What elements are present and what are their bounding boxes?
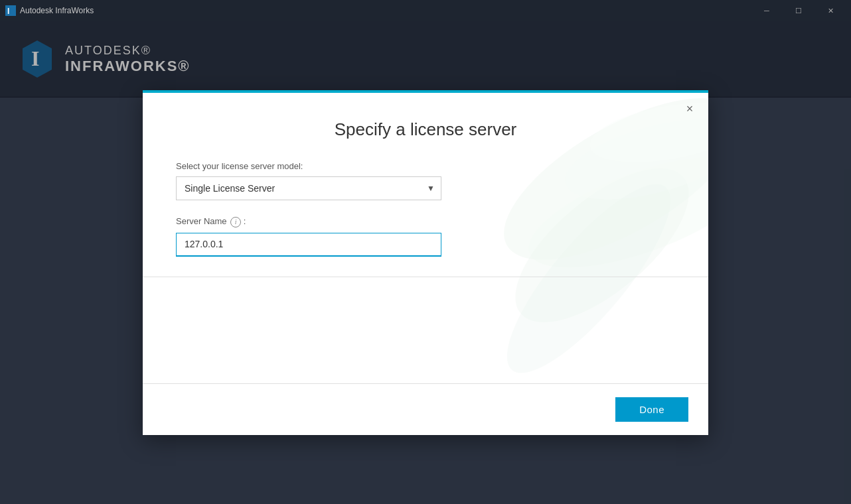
dialog-top-section: Specify a license server Select your lic… (143, 93, 708, 277)
title-bar-text: Autodesk InfraWorks (20, 6, 94, 15)
dialog-overlay: × Specify a license server Select your l… (0, 21, 851, 504)
license-model-label: Select your license server model: (176, 161, 675, 171)
minimize-button[interactable]: ─ (751, 0, 782, 21)
license-server-dialog: × Specify a license server Select your l… (143, 90, 708, 435)
form-section: Select your license server model: Single… (163, 161, 688, 257)
dialog-bottom-section: Done (143, 383, 708, 435)
license-model-select[interactable]: Single License Server Distributed Licens… (176, 176, 441, 200)
svg-text:I: I (7, 7, 9, 16)
dialog-title: Specify a license server (163, 119, 688, 140)
maximize-button[interactable]: ☐ (783, 0, 814, 21)
server-name-label: Server Name i : (176, 216, 675, 227)
server-name-input[interactable] (176, 233, 441, 257)
dialog-body (143, 277, 708, 383)
license-model-dropdown-wrapper: Single License Server Distributed Licens… (176, 176, 441, 200)
app-background: I AUTODESK® INFRAWORKS® (0, 21, 851, 504)
done-button[interactable]: Done (615, 397, 688, 422)
info-icon[interactable]: i (230, 217, 241, 227)
title-bar-controls: ─ ☐ ✕ (751, 0, 846, 21)
title-bar: I Autodesk InfraWorks ─ ☐ ✕ (0, 0, 851, 21)
server-name-wrapper (176, 233, 441, 257)
app-icon: I (5, 5, 16, 16)
title-bar-left: I Autodesk InfraWorks (5, 5, 94, 16)
dialog-close-button[interactable]: × (682, 101, 698, 117)
window-close-button[interactable]: ✕ (815, 0, 846, 21)
dialog-content: Specify a license server Select your lic… (143, 93, 708, 435)
